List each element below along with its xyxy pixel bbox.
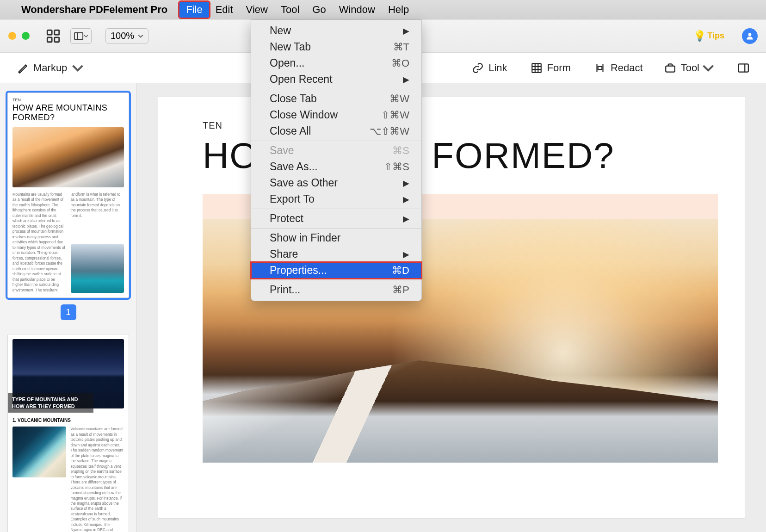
thumbnails-sidebar[interactable]: TEN HOW ARE MOUNTAINS FORMED? Mountains … <box>0 83 137 532</box>
submenu-arrow-icon: ▶ <box>403 194 409 204</box>
document-viewer[interactable]: TEN HOUNTAINS FORMED? <box>137 83 766 532</box>
svg-point-6 <box>748 33 752 36</box>
thumbnails-grid-icon[interactable] <box>45 28 61 44</box>
file-menu-close-window[interactable]: Close Window⇧⌘W <box>251 107 421 123</box>
file-menu-new-tab[interactable]: New Tab⌘T <box>251 39 421 55</box>
link-icon <box>472 62 484 74</box>
menu-item-label: Protect <box>270 212 303 225</box>
svg-rect-7 <box>532 63 541 73</box>
menu-separator <box>251 280 421 280</box>
file-menu-new[interactable]: New▶ <box>251 23 421 39</box>
menu-item-label: New <box>270 25 291 37</box>
menu-go[interactable]: Go <box>306 2 332 18</box>
menu-separator <box>251 141 421 141</box>
svg-rect-13 <box>666 66 675 72</box>
redact-label: Redact <box>611 62 643 74</box>
mac-menubar: Wondershare PDFelement Pro File Edit Vie… <box>0 0 766 19</box>
lightbulb-icon: 💡 <box>693 30 706 42</box>
tips-label: Tips <box>707 31 724 41</box>
menu-item-shortcut: ⌥⇧⌘W <box>370 125 409 137</box>
submenu-arrow-icon: ▶ <box>403 249 409 260</box>
traffic-lights <box>8 32 30 40</box>
file-menu-protect[interactable]: Protect▶ <box>251 210 421 227</box>
thumb2-mini-image <box>12 427 66 477</box>
markup-label: Markup <box>33 62 67 74</box>
svg-rect-2 <box>47 37 52 42</box>
tool-label: Tool <box>681 62 699 74</box>
traffic-light-1[interactable] <box>8 32 16 40</box>
menu-help[interactable]: Help <box>382 2 415 18</box>
thumbnail-page-1[interactable]: TEN HOW ARE MOUNTAINS FORMED? Mountains … <box>7 93 129 298</box>
form-button[interactable]: Form <box>531 62 571 74</box>
page-1-badge: 1 <box>7 304 129 320</box>
file-menu-close-all[interactable]: Close All⌥⇧⌘W <box>251 123 421 139</box>
thumb1-pre: TEN <box>12 98 124 102</box>
svg-rect-1 <box>55 30 59 35</box>
thumb1-para-b: landform is what is referred to as a mou… <box>71 192 124 241</box>
menu-view[interactable]: View <box>240 2 274 18</box>
file-menu-open-recent[interactable]: Open Recent▶ <box>251 71 421 87</box>
menu-item-shortcut: ⌘P <box>392 284 409 296</box>
svg-rect-14 <box>738 64 748 72</box>
file-menu-save-as[interactable]: Save As...⇧⌘S <box>251 159 421 175</box>
svg-rect-3 <box>55 37 59 42</box>
account-avatar[interactable] <box>742 28 758 44</box>
markup-button[interactable]: Markup <box>17 62 84 74</box>
sidebar-panel-icon[interactable] <box>70 28 92 44</box>
menu-item-label: Open Recent <box>270 73 333 86</box>
file-menu-open[interactable]: Open...⌘O <box>251 55 421 71</box>
file-menu-save: Save⌘S <box>251 142 421 159</box>
svg-rect-12 <box>598 66 602 69</box>
file-menu-share[interactable]: Share▶ <box>251 246 421 262</box>
menu-edit[interactable]: Edit <box>209 2 240 18</box>
toolbox-icon <box>664 62 676 74</box>
menu-item-label: Save as Other <box>270 177 338 189</box>
highlighter-icon <box>17 62 29 74</box>
file-menu-show-in-finder[interactable]: Show in Finder <box>251 230 421 246</box>
file-menu-print[interactable]: Print...⌘P <box>251 282 421 298</box>
svg-rect-4 <box>74 32 83 39</box>
menu-item-label: Properties... <box>270 264 327 277</box>
user-icon <box>745 31 754 41</box>
redact-button[interactable]: Redact <box>594 62 643 74</box>
link-label: Link <box>488 62 507 74</box>
menu-item-label: New Tab <box>270 41 311 53</box>
menu-item-label: Share <box>270 248 298 260</box>
thumb2-heading: 1. VOLCANIC MOUNTAINS <box>12 418 124 423</box>
menu-item-shortcut: ⌘D <box>392 265 409 277</box>
file-menu-properties[interactable]: Properties...⌘D <box>251 262 421 278</box>
thumb1-hero-image <box>12 127 124 187</box>
menu-item-label: Save <box>270 144 294 157</box>
submenu-arrow-icon: ▶ <box>403 178 409 188</box>
menu-separator <box>251 228 421 229</box>
link-button[interactable]: Link <box>472 62 507 74</box>
tips-button[interactable]: 💡 Tips <box>693 30 724 42</box>
traffic-light-2[interactable] <box>22 32 30 40</box>
menu-separator <box>251 209 421 209</box>
file-menu-save-as-other[interactable]: Save as Other▶ <box>251 175 421 191</box>
menu-tool[interactable]: Tool <box>274 2 306 18</box>
menu-item-label: Export To <box>270 193 315 205</box>
page-1-number: 1 <box>61 304 76 320</box>
chevron-down-icon <box>702 62 714 74</box>
panel-right-icon <box>737 62 749 74</box>
svg-rect-0 <box>47 30 52 35</box>
menu-item-shortcut: ⌘O <box>391 57 409 69</box>
app-name[interactable]: Wondershare PDFelement Pro <box>21 4 167 16</box>
menu-item-shortcut: ⌘T <box>393 41 409 53</box>
zoom-selector[interactable]: 100% <box>105 28 148 43</box>
submenu-arrow-icon: ▶ <box>403 26 409 36</box>
thumb1-title: HOW ARE MOUNTAINS FORMED? <box>12 103 124 123</box>
menu-item-shortcut: ⌘S <box>392 145 409 157</box>
menu-file[interactable]: File <box>179 2 209 18</box>
thumb1-para-a: Mountains are usually formed as a result… <box>12 192 66 293</box>
file-menu-close-tab[interactable]: Close Tab⌘W <box>251 91 421 107</box>
thumbnail-page-2[interactable]: TYPE OF MOUNTAINS AND HOW ARE THEY FORME… <box>7 334 129 532</box>
tool-button[interactable]: Tool <box>666 62 714 74</box>
menu-item-shortcut: ⌘W <box>389 93 409 105</box>
grid-icon <box>531 62 543 74</box>
file-menu-export-to[interactable]: Export To▶ <box>251 191 421 207</box>
form-label: Form <box>547 62 571 74</box>
menu-window[interactable]: Window <box>333 2 382 18</box>
right-panel-toggle[interactable] <box>737 62 749 74</box>
